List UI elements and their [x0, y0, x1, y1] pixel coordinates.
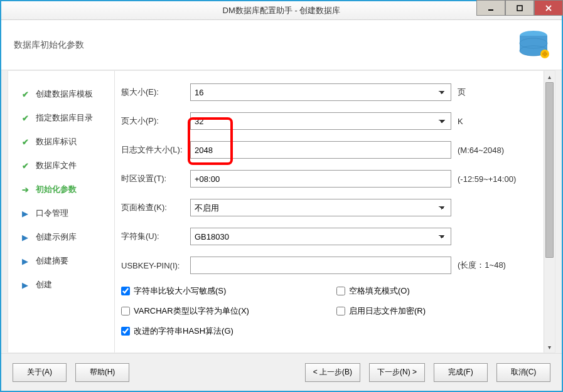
step-label: 数据库文件 [36, 160, 77, 171]
usbkey-label: USBKEY-PIN(I): [121, 261, 190, 270]
charset-select[interactable]: GB18030 [190, 228, 451, 245]
wizard-steps-sidebar: ✔ 创建数据库模板 ✔ 指定数据库目录 ✔ 数据库标识 ✔ 数据库文件 ➔ 初始… [8, 71, 115, 352]
page-size-suffix: K [451, 117, 527, 126]
cluster-size-select[interactable]: 16 [190, 83, 451, 101]
step-db-identity[interactable]: ✔ 数据库标识 [8, 130, 114, 154]
step-label: 数据库标识 [36, 136, 77, 147]
step-label: 指定数据库目录 [36, 112, 93, 124]
step-label: 初始化参数 [36, 184, 77, 195]
triangle-right-icon: ▶ [19, 209, 31, 218]
cb-blank-pad-input[interactable] [336, 287, 345, 295]
scroll-thumb[interactable] [545, 82, 554, 258]
cb-label: 字符串比较大小写敏感(S) [134, 285, 226, 297]
timezone-input[interactable] [190, 170, 451, 188]
usbkey-input[interactable] [190, 257, 451, 274]
cb-label: VARCHAR类型以字符为单位(X) [134, 305, 249, 317]
close-icon [545, 4, 552, 12]
cb-hash-improved[interactable]: 改进的字符串HASH算法(G) [121, 326, 311, 337]
step-summary[interactable]: ▶ 创建摘要 [8, 249, 114, 273]
body: ✔ 创建数据库模板 ✔ 指定数据库目录 ✔ 数据库标识 ✔ 数据库文件 ➔ 初始… [8, 70, 555, 353]
form-panel: 簇大小(E): 16 页 页大小(P): 32 K [115, 71, 555, 352]
arrow-right-icon: ➔ [19, 185, 31, 194]
page-size-select[interactable]: 32 [190, 112, 451, 130]
maximize-icon [516, 4, 523, 12]
checkbox-grid: 字符串比较大小写敏感(S) 空格填充模式(O) VARCHAR类型以字符为单位(… [121, 285, 527, 337]
minimize-button[interactable] [476, 0, 505, 16]
charset-label: 字符集(U): [121, 231, 190, 242]
prev-button[interactable]: < 上一步(B) [305, 363, 360, 382]
cb-case-sensitive[interactable]: 字符串比较大小写敏感(S) [121, 285, 311, 297]
scroll-down-icon[interactable]: ▾ [544, 341, 555, 352]
cb-log-encrypt-input[interactable] [336, 307, 345, 315]
step-create[interactable]: ▶ 创建 [8, 273, 114, 297]
row-usbkey: USBKEY-PIN(I): (长度：1~48) [121, 257, 527, 274]
scroll-up-icon[interactable]: ▴ [544, 71, 555, 82]
row-charset: 字符集(U): GB18030 [121, 228, 527, 245]
cb-label: 改进的字符串HASH算法(G) [134, 326, 233, 337]
step-label: 创建数据库模板 [36, 88, 93, 100]
step-db-directory[interactable]: ✔ 指定数据库目录 [8, 106, 114, 130]
timezone-label: 时区设置(T): [121, 173, 190, 184]
cb-varchar-char-input[interactable] [121, 307, 130, 315]
step-label: 创建 [36, 279, 52, 290]
page-title: 数据库初始化参数 [14, 40, 84, 51]
close-button[interactable] [534, 0, 563, 16]
cb-hash-improved-input[interactable] [121, 327, 130, 336]
log-size-input[interactable] [190, 141, 451, 159]
cluster-size-suffix: 页 [451, 87, 527, 98]
cb-varchar-char[interactable]: VARCHAR类型以字符为单位(X) [121, 305, 311, 317]
footer: 关于(A) 帮助(H) < 上一步(B) 下一步(N) > 完成(F) 取消(C… [1, 353, 562, 391]
log-size-label: 日志文件大小(L): [121, 144, 190, 156]
about-button[interactable]: 关于(A) [13, 363, 67, 382]
help-button[interactable]: 帮助(H) [75, 363, 129, 382]
maximize-button[interactable] [505, 0, 534, 16]
log-size-suffix: (M:64~2048) [451, 146, 527, 155]
page-check-select[interactable]: 不启用 [190, 199, 451, 216]
triangle-right-icon: ▶ [19, 280, 31, 290]
check-icon: ✔ [19, 90, 31, 99]
cancel-button[interactable]: 取消(C) [496, 363, 550, 382]
step-label: 口令管理 [36, 208, 68, 219]
timezone-suffix: (-12:59~+14:00) [451, 174, 527, 184]
step-init-params[interactable]: ➔ 初始化参数 [8, 177, 114, 201]
triangle-right-icon: ▶ [19, 233, 31, 242]
step-label: 创建示例库 [36, 231, 77, 243]
row-log-size: 日志文件大小(L): (M:64~2048) [121, 141, 527, 159]
cluster-size-label: 簇大小(E): [121, 87, 190, 98]
step-db-files[interactable]: ✔ 数据库文件 [8, 154, 114, 177]
row-timezone: 时区设置(T): (-12:59~+14:00) [121, 170, 527, 188]
cb-blank-pad[interactable]: 空格填充模式(O) [336, 285, 527, 297]
cb-log-encrypt[interactable]: 启用日志文件加密(R) [336, 305, 527, 317]
row-cluster-size: 簇大小(E): 16 页 [121, 83, 527, 101]
check-icon: ✔ [19, 114, 31, 123]
app-window: DM数据库配置助手 - 创建数据库 数据库初始化参数 [0, 0, 563, 392]
page-check-label: 页面检查(K): [121, 202, 190, 213]
usbkey-suffix: (长度：1~48) [451, 260, 527, 271]
triangle-right-icon: ▶ [19, 257, 31, 266]
cb-case-sensitive-input[interactable] [121, 287, 130, 295]
cb-label: 启用日志文件加密(R) [349, 305, 426, 317]
row-page-size: 页大小(P): 32 K [121, 112, 527, 130]
next-button[interactable]: 下一步(N) > [369, 363, 425, 382]
database-icon [508, 26, 552, 64]
row-page-check: 页面检查(K): 不启用 [121, 199, 527, 216]
svg-rect-1 [517, 6, 522, 11]
page-size-label: 页大小(P): [121, 115, 190, 127]
check-icon: ✔ [19, 161, 31, 171]
step-sample-db[interactable]: ▶ 创建示例库 [8, 225, 114, 249]
check-icon: ✔ [19, 137, 31, 147]
step-label: 创建摘要 [36, 255, 68, 267]
svg-rect-9 [542, 53, 547, 55]
step-password[interactable]: ▶ 口令管理 [8, 201, 114, 225]
page-header: 数据库初始化参数 [1, 20, 562, 70]
minimize-icon [487, 4, 495, 12]
finish-button[interactable]: 完成(F) [434, 363, 488, 382]
step-create-template[interactable]: ✔ 创建数据库模板 [8, 82, 114, 106]
scrollbar[interactable]: ▴ ▾ [544, 71, 555, 352]
cb-label: 空格填充模式(O) [349, 285, 410, 297]
window-controls [476, 0, 563, 16]
titlebar: DM数据库配置助手 - 创建数据库 [1, 1, 562, 20]
